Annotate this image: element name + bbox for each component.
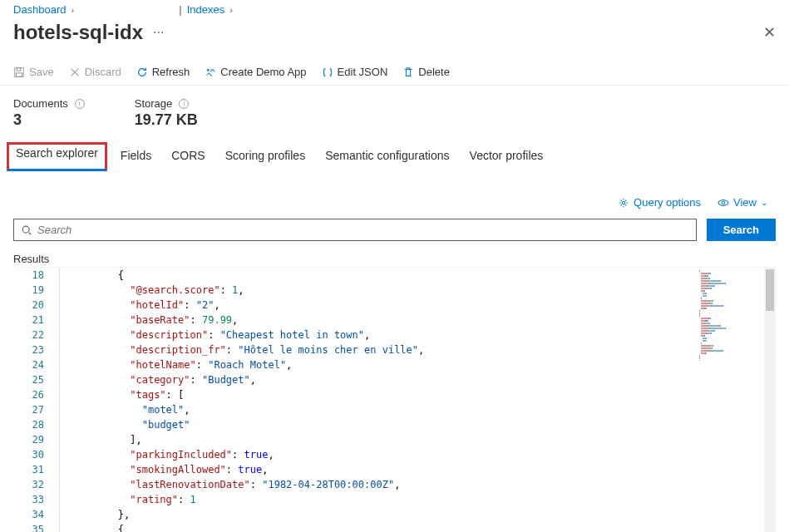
tab-semantic[interactable]: Semantic configurations	[325, 145, 449, 171]
svg-point-5	[208, 69, 210, 71]
tab-fields[interactable]: Fields	[121, 145, 151, 171]
view-label: View	[733, 196, 757, 209]
save-button[interactable]: Save	[13, 66, 54, 78]
results-label: Results	[0, 249, 789, 267]
tabs: Search explorer Fields CORS Scoring prof…	[0, 137, 789, 171]
create-demo-label: Create Demo App	[220, 66, 306, 78]
chevron-down-icon: ⌄	[761, 198, 767, 207]
delete-icon	[402, 66, 414, 78]
options-row: Query options View ⌄	[0, 171, 789, 215]
close-icon[interactable]: ✕	[763, 23, 776, 42]
svg-point-8	[22, 226, 29, 233]
discard-button[interactable]: Discard	[69, 66, 121, 78]
documents-value: 3	[13, 111, 85, 129]
svg-point-7	[722, 201, 725, 204]
info-icon[interactable]: i	[75, 99, 85, 109]
info-icon[interactable]: i	[179, 99, 189, 109]
search-button[interactable]: Search	[707, 219, 776, 241]
tab-search-explorer[interactable]: Search explorer	[7, 142, 107, 171]
toolbar: Save Discard Refresh Create Demo App Edi…	[0, 59, 789, 86]
edit-json-icon	[322, 66, 333, 78]
title-row: hotels-sql-idx ··· ✕	[0, 16, 789, 59]
delete-label: Delete	[418, 66, 450, 78]
documents-stat: Documentsi 3	[13, 97, 85, 129]
gear-icon	[618, 197, 629, 209]
breadcrumb-separator: |	[179, 3, 181, 16]
tab-vector[interactable]: Vector profiles	[470, 145, 544, 171]
documents-label: Documents	[13, 97, 68, 110]
delete-button[interactable]: Delete	[402, 66, 450, 78]
stats-row: Documentsi 3 Storagei 19.77 KB	[0, 86, 789, 137]
page-title: hotels-sql-idx	[13, 21, 143, 44]
storage-value: 19.77 KB	[135, 111, 198, 129]
minimap[interactable]	[693, 269, 759, 361]
search-icon	[21, 224, 32, 236]
svg-rect-2	[17, 72, 22, 76]
line-gutter: 181920212223242526272829303132333435	[13, 268, 59, 532]
breadcrumb-indexes[interactable]: Indexes	[187, 3, 225, 16]
create-demo-button[interactable]: Create Demo App	[205, 66, 306, 78]
code-area: 181920212223242526272829303132333435 { "…	[13, 267, 776, 532]
svg-point-6	[622, 201, 625, 204]
refresh-button[interactable]: Refresh	[136, 66, 190, 78]
search-box[interactable]	[13, 219, 697, 241]
chevron-right-icon: ›	[72, 5, 75, 15]
search-input[interactable]	[37, 224, 689, 236]
eye-icon	[717, 197, 729, 209]
code-content[interactable]: { "@search.score": 1, "hotelId": "2", "b…	[70, 268, 776, 532]
query-options-link[interactable]: Query options	[618, 196, 701, 209]
scrollbar-thumb[interactable]	[766, 269, 774, 311]
query-options-label: Query options	[634, 196, 701, 209]
svg-rect-1	[17, 67, 20, 71]
chevron-right-icon: ›	[229, 5, 233, 15]
breadcrumb-dashboard[interactable]: Dashboard	[13, 3, 67, 16]
view-link[interactable]: View ⌄	[717, 196, 767, 209]
edit-json-button[interactable]: Edit JSON	[322, 66, 388, 78]
refresh-icon	[136, 66, 148, 78]
scrollbar-vertical[interactable]	[764, 268, 776, 532]
search-row: Search	[0, 215, 789, 249]
discard-icon	[69, 66, 81, 78]
breadcrumb: Dashboard › | Indexes ›	[0, 0, 789, 16]
tab-cors[interactable]: CORS	[171, 145, 205, 171]
svg-line-9	[29, 232, 32, 234]
more-actions-icon[interactable]: ···	[153, 25, 164, 40]
refresh-label: Refresh	[152, 66, 190, 78]
discard-label: Discard	[85, 66, 121, 78]
save-label: Save	[29, 66, 54, 78]
tab-scoring[interactable]: Scoring profiles	[225, 145, 306, 171]
edit-json-label: Edit JSON	[338, 66, 388, 78]
create-demo-icon	[205, 66, 216, 78]
storage-stat: Storagei 19.77 KB	[135, 97, 198, 129]
storage-label: Storage	[135, 97, 173, 110]
save-icon	[13, 66, 25, 78]
